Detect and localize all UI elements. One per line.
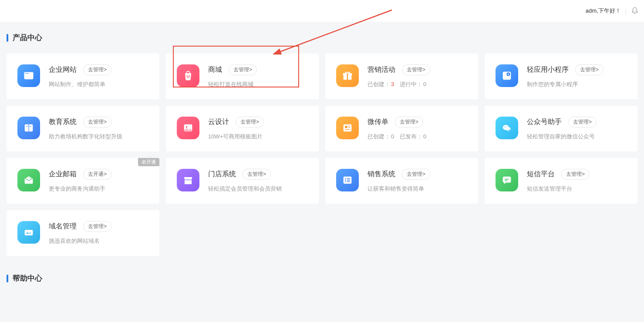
product-card[interactable]: 云设计去管理>10W+可商用模板图片: [166, 106, 319, 151]
product-card[interactable]: w.=域名管理去管理>挑选喜欢的网站域名: [7, 210, 159, 256]
card-title-row: 教育系统去管理>: [49, 117, 148, 127]
manage-button[interactable]: 去管理>: [83, 221, 111, 232]
manage-button[interactable]: 去开通>: [83, 169, 111, 180]
card-description: 短信发送管理平台: [527, 185, 627, 193]
store-icon: [177, 169, 199, 191]
main-content: 产品中心 企业网站去管理>网站制作、维护都简单商城去管理>轻松打造在线商城营销活…: [0, 22, 644, 283]
product-card[interactable]: 轻应用小程序去管理>制作您的专属小程序: [485, 54, 637, 99]
card-title-row: 微传单去管理>: [368, 117, 467, 127]
card-description: 挑选喜欢的网站域名: [49, 237, 148, 245]
manage-button[interactable]: 去管理>: [83, 64, 111, 75]
greeting-text: adm,下午好！: [586, 7, 621, 15]
svg-point-26: [506, 127, 507, 127]
card-title-row: 销售系统去管理>: [368, 169, 467, 180]
card-body: 域名管理去管理>挑选喜欢的网站域名: [49, 221, 148, 245]
section-header-products: 产品中心: [7, 33, 637, 43]
card-title: 企业邮箱: [49, 170, 77, 179]
card-title: 营销活动: [368, 65, 395, 74]
card-title-row: 企业网站去管理>: [49, 64, 148, 75]
gift-icon: [336, 64, 359, 87]
running-label: 已发布：: [400, 133, 422, 140]
manage-button[interactable]: 去管理>: [243, 169, 271, 180]
card-description: 轻松搞定会员管理和会员营销: [208, 185, 308, 193]
card-title-row: 门店系统去管理>: [208, 169, 308, 180]
section-header-help: 帮助中心: [7, 273, 637, 283]
product-card[interactable]: 短信平台去管理>短信发送管理平台: [485, 158, 637, 204]
svg-rect-9: [347, 73, 348, 80]
svg-text:w.=: w.=: [26, 231, 31, 235]
manage-button[interactable]: 去管理>: [236, 117, 264, 127]
list-icon: [336, 169, 359, 191]
card-title: 门店系统: [208, 170, 236, 179]
card-body: 云设计去管理>10W+可商用模板图片: [208, 117, 308, 141]
svg-point-24: [506, 127, 511, 131]
section-bar: [7, 34, 8, 42]
card-title-row: 云设计去管理>: [208, 117, 308, 127]
product-card[interactable]: 企业网站去管理>网站制作、维护都简单: [7, 54, 159, 99]
card-title: 公众号助手: [527, 117, 562, 127]
card-body: 轻应用小程序去管理>制作您的专属小程序: [527, 64, 627, 88]
card-description: 轻松打造在线商城: [208, 80, 308, 88]
product-card[interactable]: 企业邮箱去开通>更专业的商务沟通助手未开通: [7, 158, 159, 204]
card-description: 网站制作、维护都简单: [49, 80, 148, 88]
svg-point-6: [189, 75, 189, 76]
section-title: 产品中心: [13, 33, 42, 43]
book-icon: [17, 117, 40, 139]
created-label: 已创建：: [368, 81, 390, 87]
manage-button[interactable]: 去管理>: [229, 64, 257, 75]
notification-bell-icon[interactable]: [631, 7, 639, 15]
shopping-bag-icon: [177, 64, 199, 87]
card-title-row: 商城去管理>: [208, 64, 308, 75]
card-body: 门店系统去管理>轻松搞定会员管理和会员营销: [208, 169, 308, 193]
manage-button[interactable]: 去管理>: [395, 117, 423, 127]
product-card[interactable]: 营销活动去管理>已创建：3 进行中：0: [325, 54, 478, 99]
app-icon: [496, 64, 518, 87]
mail-icon: [17, 169, 40, 191]
card-title: 轻应用小程序: [527, 65, 569, 74]
card-body: 销售系统去管理>让获客和销售变得简单: [368, 169, 467, 193]
svg-point-5: [187, 75, 188, 76]
product-card[interactable]: 销售系统去管理>让获客和销售变得简单: [325, 158, 478, 204]
card-body: 营销活动去管理>已创建：3 进行中：0: [368, 64, 467, 88]
card-body: 商城去管理>轻松打造在线商城: [208, 64, 308, 88]
product-card[interactable]: 公众号助手去管理>轻松管理自家的微信公众号: [485, 106, 637, 151]
created-count: 0: [391, 133, 394, 140]
card-description: 让获客和销售变得简单: [368, 185, 467, 193]
card-body: 公众号助手去管理>轻松管理自家的微信公众号: [527, 117, 627, 141]
product-card[interactable]: 门店系统去管理>轻松搞定会员管理和会员营销: [166, 158, 319, 204]
svg-rect-36: [503, 177, 511, 183]
product-card[interactable]: 微传单去管理>已创建：0 已发布：0: [325, 106, 478, 151]
card-title-row: 公众号助手去管理>: [527, 117, 627, 127]
card-title-row: 短信平台去管理>: [527, 169, 627, 180]
product-card[interactable]: 教育系统去管理>助力教培机构数字化转型升级: [7, 106, 159, 151]
manage-button[interactable]: 去管理>: [402, 64, 430, 75]
product-card[interactable]: 商城去管理>轻松打造在线商城: [166, 54, 319, 99]
created-count: 3: [391, 81, 394, 87]
manage-button[interactable]: 去管理>: [83, 117, 111, 127]
card-title-row: 域名管理去管理>: [49, 221, 148, 232]
created-label: 已创建：: [368, 133, 390, 140]
manage-button[interactable]: 去管理>: [568, 117, 597, 127]
chat-icon: [496, 169, 518, 191]
svg-point-4: [28, 73, 29, 74]
card-description: 助力教培机构数字化转型升级: [49, 133, 148, 141]
svg-point-31: [345, 180, 346, 181]
image-icon: [177, 117, 199, 139]
card-description: 轻松管理自家的微信公众号: [527, 133, 627, 141]
manage-button[interactable]: 去管理>: [402, 169, 430, 180]
card-description: 已创建：3 进行中：0: [368, 80, 467, 88]
card-title: 域名管理: [49, 222, 77, 231]
card-body: 微传单去管理>已创建：0 已发布：0: [368, 117, 467, 141]
svg-point-3: [27, 73, 27, 74]
card-title: 微传单: [368, 117, 388, 127]
card-title-row: 轻应用小程序去管理>: [527, 64, 627, 75]
topbar: adm,下午好！ |: [0, 0, 644, 22]
status-tag: 未开通: [138, 158, 159, 166]
section-bar: [7, 275, 8, 282]
newspaper-icon: [336, 117, 359, 139]
card-title: 企业网站: [49, 65, 77, 74]
card-body: 企业邮箱去开通>更专业的商务沟通助手: [49, 169, 148, 193]
manage-button[interactable]: 去管理>: [575, 64, 604, 75]
manage-button[interactable]: 去管理>: [561, 169, 590, 180]
card-description: 10W+可商用模板图片: [208, 133, 308, 141]
